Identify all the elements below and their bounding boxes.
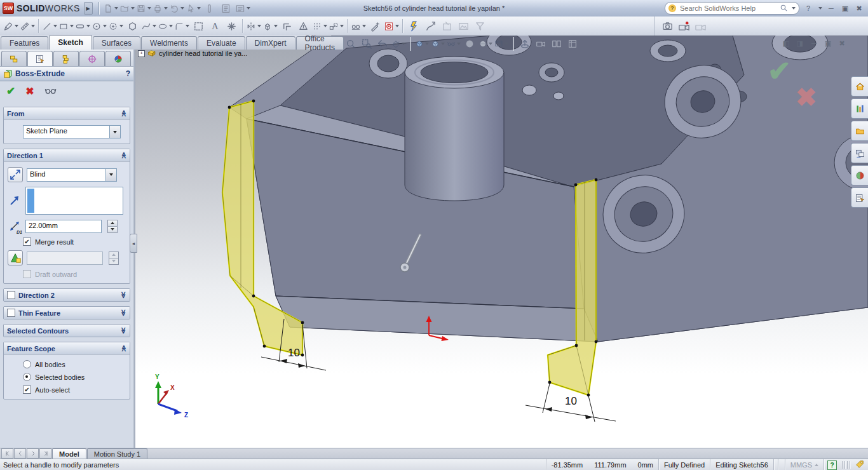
help-search-box[interactable]: ? (665, 2, 799, 15)
move-entities-icon[interactable] (329, 18, 344, 34)
tab-sketch[interactable]: Sketch (49, 35, 92, 50)
straight-slot-icon[interactable] (75, 18, 90, 34)
tab-surfaces[interactable]: Surfaces (93, 36, 140, 50)
ellipse-icon[interactable] (158, 18, 173, 34)
prev-icon[interactable] (14, 448, 26, 459)
dropdown-arrow-icon[interactable] (109, 126, 120, 138)
dropdown-arrow-icon[interactable] (197, 7, 201, 10)
tree-expander-icon[interactable]: + (138, 50, 145, 57)
dropdown-arrow-icon[interactable] (505, 43, 508, 45)
minimize-doc-icon[interactable]: ─ (810, 39, 818, 48)
collapse-icon[interactable]: ≫ (119, 152, 126, 158)
dimension-value[interactable]: 10 (565, 395, 577, 407)
dropdown-arrow-icon[interactable] (119, 25, 123, 27)
model-body[interactable] (229, 36, 868, 342)
dropdown-arrow-icon[interactable] (425, 43, 429, 45)
dropdown-arrow-icon[interactable] (103, 25, 107, 27)
polygon-icon[interactable] (125, 18, 140, 34)
tab-motion-study[interactable]: Motion Study 1 (87, 448, 147, 459)
offset-entities-icon[interactable] (279, 18, 294, 34)
graphics-area[interactable]: 10 10 Y X Z (135, 36, 868, 448)
solidworks-resources-icon[interactable] (851, 76, 868, 97)
dropdown-arrow-icon[interactable] (402, 43, 405, 45)
group-selected-contours-header[interactable]: Selected Contours ≫ (4, 325, 130, 337)
appearances-scenes-icon[interactable] (851, 165, 868, 185)
dropdown-arrow-icon[interactable] (362, 25, 366, 27)
dropdown-arrow-icon[interactable] (15, 25, 18, 27)
reverse-direction-button[interactable] (8, 167, 23, 182)
no-solve-move-icon[interactable] (384, 18, 399, 34)
start-condition-dropdown[interactable]: Sketch Plane (23, 125, 121, 138)
direction2-checkbox[interactable] (7, 291, 15, 299)
dropdown-arrow-icon[interactable] (180, 7, 184, 10)
search-dropdown-icon[interactable] (792, 7, 796, 10)
feature-tree-flyout[interactable]: + cylinder head tutorial ile ya... (138, 50, 247, 57)
units-selector[interactable]: MMGS (785, 459, 824, 470)
search-input[interactable] (679, 4, 777, 13)
sketch-icon[interactable] (3, 18, 18, 34)
help-dropdown-icon[interactable] (818, 7, 822, 10)
section-view-icon[interactable] (391, 37, 405, 51)
design-library-icon[interactable] (851, 98, 868, 119)
custom-properties-icon[interactable] (851, 187, 868, 208)
next-icon[interactable] (27, 448, 39, 459)
thin-feature-checkbox[interactable] (7, 309, 15, 317)
group-feature-scope-header[interactable]: Feature Scope ≫ (4, 342, 130, 355)
dropdown-arrow-icon[interactable] (114, 7, 118, 10)
menu-flyout-arrow[interactable]: ▶ (84, 2, 93, 15)
dropdown-arrow-icon[interactable] (169, 25, 173, 27)
quick-tips-button[interactable]: ? (827, 460, 837, 470)
repair-sketch-icon[interactable] (367, 18, 383, 34)
pm-cancel-button[interactable]: ✖ (25, 86, 34, 97)
corner-rectangle-icon[interactable] (58, 18, 74, 34)
dimension-value[interactable]: 10 (288, 347, 300, 359)
dropdown-arrow-icon[interactable] (31, 25, 35, 27)
panel-collapse-handle[interactable]: ◄ (130, 234, 137, 253)
file-explorer-icon[interactable] (851, 121, 868, 141)
expand-icon[interactable]: ≫ (119, 292, 126, 298)
smart-dimension-icon[interactable] (20, 18, 35, 34)
end-condition-dropdown[interactable]: Blind (27, 168, 117, 182)
text-icon[interactable]: A (207, 18, 222, 34)
depth-spinner[interactable] (107, 220, 118, 233)
display-delete-relations-icon[interactable] (351, 18, 366, 34)
spline-icon[interactable] (141, 18, 156, 34)
dropdown-arrow-icon[interactable] (441, 43, 445, 45)
save-icon[interactable] (136, 1, 151, 15)
dropdown-arrow-icon[interactable] (147, 7, 151, 10)
circle-icon[interactable] (92, 18, 107, 34)
convert-entities-icon[interactable] (262, 18, 278, 34)
line-icon[interactable] (42, 18, 57, 34)
dropdown-arrow-icon[interactable] (186, 25, 189, 27)
sketch-snaps-icon[interactable] (406, 18, 421, 34)
feature-manager-icon[interactable] (1, 51, 27, 66)
configuration-manager-icon[interactable] (53, 51, 79, 66)
collapse-icon[interactable]: ≫ (119, 345, 126, 351)
group-direction1-header[interactable]: Direction 1 ≫ (4, 149, 130, 162)
search-icon[interactable] (780, 4, 788, 13)
previous-view-icon[interactable] (376, 37, 390, 51)
dropdown-arrow-icon[interactable] (274, 25, 278, 27)
dimxpert-manager-icon[interactable] (79, 51, 105, 66)
open-icon[interactable] (119, 1, 135, 15)
tile-left-icon[interactable]: ◧ (782, 39, 790, 48)
hide-show-items-icon[interactable] (447, 37, 461, 51)
close-doc-icon[interactable]: ✖ (837, 39, 846, 48)
file-properties-icon[interactable] (219, 1, 234, 15)
mirror-entities-icon[interactable] (246, 18, 261, 34)
tree-item-label[interactable]: cylinder head tutorial ile ya... (159, 50, 247, 57)
rotate-view-icon[interactable] (518, 37, 532, 51)
screen-capture-icon[interactable] (660, 18, 675, 34)
tile-right-icon[interactable]: ◨ (796, 39, 804, 48)
dropdown-arrow-icon[interactable] (257, 25, 261, 27)
spline-tools-icon[interactable] (423, 18, 438, 34)
draft-button[interactable] (8, 250, 23, 265)
pm-preview-icon[interactable] (44, 86, 57, 97)
help-button[interactable]: ? (803, 4, 813, 12)
dropdown-arrow-icon[interactable] (53, 25, 57, 27)
group-thin-feature-header[interactable]: Thin Feature ≫ (4, 307, 130, 319)
dropdown-arrow-icon[interactable] (70, 25, 74, 27)
auto-select-checkbox[interactable]: ✔ (23, 386, 31, 394)
expand-icon[interactable]: ≫ (119, 327, 126, 333)
property-manager-icon[interactable] (27, 51, 53, 66)
